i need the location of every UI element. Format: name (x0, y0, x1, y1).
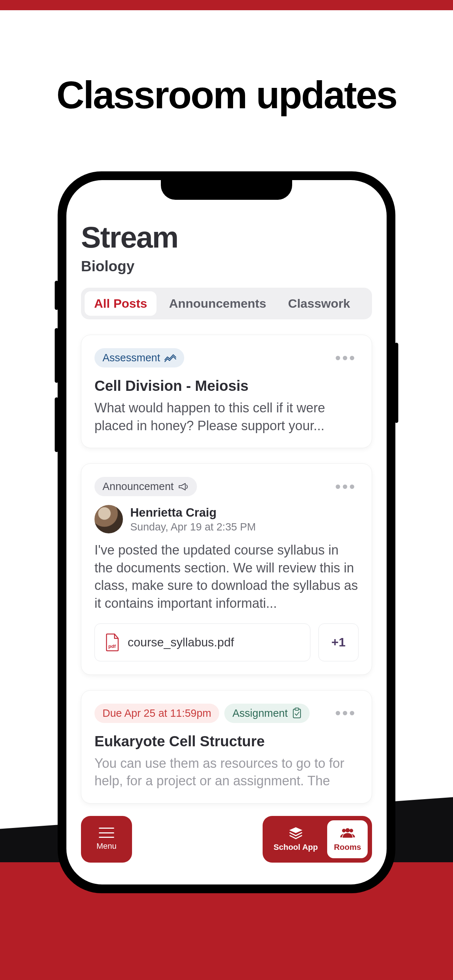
megaphone-icon (178, 482, 189, 492)
phone-frame: Stream Biology All Posts Announcements C… (57, 171, 396, 893)
card-header: Assessment ••• (94, 348, 359, 368)
nav-school-app[interactable]: School App (267, 820, 324, 858)
phone-side-button (395, 343, 398, 423)
card-body: What would happen to this cell if it wer… (94, 399, 359, 434)
card-body: You can use them as resources to go to f… (94, 755, 359, 790)
svg-point-4 (345, 828, 350, 832)
menu-button[interactable]: Menu (81, 816, 132, 862)
author-name: Henrietta Craig (130, 506, 256, 520)
card-assessment[interactable]: Assessment ••• Cell Division - Meiosis W… (81, 335, 372, 448)
attachment-file[interactable]: pdf course_syllabus.pdf (94, 624, 310, 661)
chip-label: Assessment (102, 352, 160, 364)
svg-point-3 (342, 829, 345, 832)
chips: Announcement (94, 477, 197, 496)
chip-assignment: Assignment (224, 704, 309, 723)
card-title: Cell Division - Meiosis (94, 378, 359, 394)
menu-label: Menu (96, 842, 116, 851)
card-more-button[interactable]: ••• (335, 709, 359, 717)
chip-announcement: Announcement (94, 477, 197, 496)
chips: Due Apr 25 at 11:59pm Assignment (94, 704, 309, 723)
svg-rect-2 (295, 708, 299, 710)
card-title: Eukaryote Cell Structure (94, 733, 359, 749)
stream-subject: Biology (81, 258, 372, 275)
tab-all-posts[interactable]: All Posts (85, 291, 156, 316)
chart-line-icon (164, 354, 176, 362)
card-more-button[interactable]: ••• (335, 354, 359, 362)
people-icon (340, 827, 356, 840)
chip-assessment: Assessment (94, 348, 184, 368)
card-announcement[interactable]: Announcement ••• Henrietta Craig Sund (81, 463, 372, 675)
tab-announcements[interactable]: Announcements (160, 291, 275, 316)
nav-rooms[interactable]: Rooms (327, 820, 368, 858)
chip-label: Announcement (102, 480, 174, 493)
bottom-nav: School App Rooms (263, 816, 372, 862)
phone-side-button (55, 398, 58, 452)
page-headline: Classroom updates (0, 73, 453, 117)
chips: Assessment (94, 348, 184, 368)
top-accent-bar (0, 0, 453, 10)
chip-due-date: Due Apr 25 at 11:59pm (94, 704, 219, 723)
post-timestamp: Sunday, Apr 19 at 2:35 PM (130, 521, 256, 533)
clipboard-check-icon (292, 708, 301, 719)
svg-point-5 (349, 829, 353, 832)
attachments-row: pdf course_syllabus.pdf +1 (94, 624, 359, 661)
svg-text:pdf: pdf (108, 643, 116, 649)
card-header: Announcement ••• (94, 477, 359, 496)
stack-icon (288, 827, 304, 840)
tab-classwork[interactable]: Classwork (279, 291, 360, 316)
chip-label: Due Apr 25 at 11:59pm (102, 707, 211, 719)
card-body: I've posted the updated course syllabus … (94, 541, 359, 612)
attachment-more-button[interactable]: +1 (318, 624, 359, 661)
hamburger-icon (99, 827, 114, 838)
card-assignment[interactable]: Due Apr 25 at 11:59pm Assignment ••• (81, 690, 372, 803)
chip-label: Assignment (232, 707, 288, 719)
stream-tabs: All Posts Announcements Classwork (81, 288, 372, 320)
avatar (94, 505, 123, 533)
nav-label: Rooms (334, 843, 361, 852)
phone-screen: Stream Biology All Posts Announcements C… (66, 180, 387, 885)
nav-label: School App (274, 843, 318, 852)
stream-title: Stream (81, 220, 372, 255)
phone-notch (161, 180, 292, 200)
card-more-button[interactable]: ••• (335, 483, 359, 491)
author-row: Henrietta Craig Sunday, Apr 19 at 2:35 P… (94, 505, 359, 533)
card-header: Due Apr 25 at 11:59pm Assignment ••• (94, 704, 359, 723)
app-content: Stream Biology All Posts Announcements C… (66, 180, 387, 885)
phone-side-button (55, 328, 58, 383)
attachment-name: course_syllabus.pdf (128, 635, 234, 649)
phone-side-button (55, 281, 58, 310)
pdf-icon: pdf (105, 633, 120, 652)
